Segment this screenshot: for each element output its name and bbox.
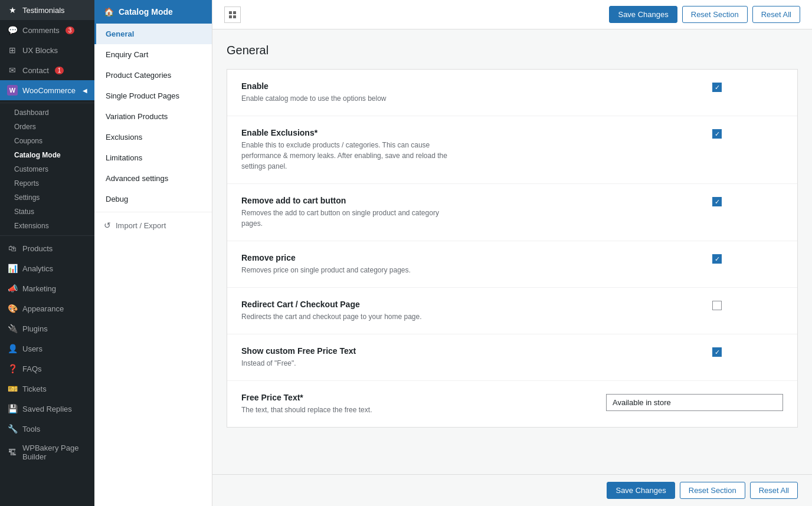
sidebar-item-comments[interactable]: 💬 Comments 3 [0,20,94,40]
enable-control [712,81,783,92]
settings-card: Enable Enable catalog mode to use the op… [227,69,798,428]
sidebar-sub-item-dashboard[interactable]: Dashboard [0,106,94,120]
settings-row-remove-price-info: Remove price Removes price on single pro… [241,253,712,275]
products-icon: 🛍 [7,243,18,254]
settings-row-exclusions-info: Enable Exclusions* Enable this to exclud… [241,128,712,172]
remove-cart-description: Removes the add to cart button on single… [241,208,454,229]
sidebar-sub-item-status[interactable]: Status [0,205,94,219]
sub-sidebar-header: 🏠 Catalog Mode [94,0,212,24]
sidebar-item-saved-replies[interactable]: 💾 Saved Replies [0,399,94,419]
sidebar-item-contact[interactable]: ✉ Contact 1 [0,60,94,80]
sub-sidebar-item-single-product-pages[interactable]: Single Product Pages [94,86,212,106]
settings-row-remove-price: Remove price Removes price on single pro… [227,241,797,288]
free-price-text-description: The text, that should replace the free t… [241,405,454,415]
reset-all-button-bottom[interactable]: Reset All [750,482,798,499]
faqs-icon: ❓ [7,363,18,374]
remove-price-description: Removes price on single product and cate… [241,265,454,275]
save-changes-button-bottom[interactable]: Save Changes [607,482,675,499]
contact-badge: 1 [55,67,64,74]
sidebar-item-tools[interactable]: 🔧 Tools [0,419,94,439]
settings-row-free-price-text: Free Price Text* The text, that should r… [227,381,797,427]
exclusions-label: Enable Exclusions* [241,128,712,137]
sidebar-item-tickets[interactable]: 🎫 Tickets [0,379,94,399]
sub-sidebar-item-limitations[interactable]: Limitations [94,147,212,168]
sidebar-sub-item-catalog-mode[interactable]: Catalog Mode [0,148,94,162]
save-changes-button-top[interactable]: Save Changes [609,6,677,23]
sub-sidebar-item-product-categories[interactable]: Product Categories [94,65,212,86]
sidebar-sub-item-orders[interactable]: Orders [0,120,94,134]
settings-row-redirect-cart-info: Redirect Cart / Checkout Page Redirects … [241,300,712,322]
sidebar: ★ Testimonials 💬 Comments 3 ⊞ UX Blocks … [0,0,94,506]
sidebar-item-wpbakery[interactable]: 🏗 WPBakery Page Builder [0,439,94,466]
sidebar-sub-item-coupons[interactable]: Coupons [0,134,94,148]
exclusions-control [712,128,783,139]
free-price-checkbox[interactable] [712,347,722,357]
sidebar-item-ux-blocks[interactable]: ⊞ UX Blocks [0,40,94,60]
sub-sidebar-item-general[interactable]: General [94,24,212,44]
sidebar-sub-item-settings[interactable]: Settings [0,190,94,205]
sidebar-item-plugins[interactable]: 🔌 Plugins [0,318,94,339]
sidebar-item-users[interactable]: 👤 Users [0,339,94,359]
sub-sidebar-divider [94,212,212,212]
lower-menu: 🛍 Products 📊 Analytics 📣 Marketing 🎨 App… [0,235,94,466]
free-price-text-control [606,393,783,411]
sub-sidebar-item-variation-products[interactable]: Variation Products [94,106,212,127]
settings-row-enable-info: Enable Enable catalog mode to use the op… [241,81,712,104]
free-price-text-input[interactable] [606,394,783,411]
content-header-left [224,6,241,23]
sidebar-sub-item-customers[interactable]: Customers [0,162,94,176]
enable-checkbox[interactable] [712,83,722,92]
reset-section-button-bottom[interactable]: Reset Section [680,482,745,499]
redirect-cart-checkbox[interactable] [712,301,722,310]
tools-icon: 🔧 [7,423,18,434]
sub-sidebar-item-enquiry-cart[interactable]: Enquiry Cart [94,44,212,65]
grid-view-icon[interactable] [224,6,241,23]
exclusions-checkbox[interactable] [712,129,722,139]
ux-blocks-icon: ⊞ [7,45,18,55]
content-header-buttons: Save Changes Reset Section Reset All [609,6,800,23]
settings-row-enable: Enable Enable catalog mode to use the op… [227,70,797,116]
marketing-icon: 📣 [7,283,18,294]
sidebar-item-faqs[interactable]: ❓ FAQs [0,359,94,379]
appearance-icon: 🎨 [7,303,18,314]
wpbakery-icon: 🏗 [7,447,18,458]
free-price-control [712,346,783,357]
redirect-cart-label: Redirect Cart / Checkout Page [241,300,712,309]
content-panel: Save Changes Reset Section Reset All Gen… [212,0,812,506]
reset-section-button-top[interactable]: Reset Section [682,6,748,23]
analytics-icon: 📊 [7,263,18,274]
sidebar-item-appearance[interactable]: 🎨 Appearance [0,298,94,318]
plugins-icon: 🔌 [7,323,18,334]
remove-cart-checkbox[interactable] [712,197,722,206]
settings-row-exclusions: Enable Exclusions* Enable this to exclud… [227,116,797,184]
settings-row-free-price-text-info: Free Price Text* The text, that should r… [241,393,606,415]
main-layout: 🏠 Catalog Mode General Enquiry Cart Prod… [94,0,812,506]
contact-icon: ✉ [7,65,18,75]
users-icon: 👤 [7,343,18,354]
remove-cart-control [712,196,783,206]
sub-sidebar-import-export[interactable]: ↺ Import / Export [94,215,212,236]
free-price-text-label: Free Price Text* [241,393,606,402]
reset-all-button-top[interactable]: Reset All [752,6,800,23]
sub-sidebar-item-advanced-settings[interactable]: Advanced settings [94,168,212,189]
svg-rect-3 [233,15,236,18]
sub-sidebar: 🏠 Catalog Mode General Enquiry Cart Prod… [94,0,212,506]
sidebar-item-woocommerce[interactable]: W WooCommerce ◀ [0,80,94,100]
sub-sidebar-item-debug[interactable]: Debug [94,189,212,209]
remove-price-checkbox[interactable] [712,254,722,264]
svg-rect-1 [233,11,236,14]
tickets-icon: 🎫 [7,383,18,394]
settings-row-remove-cart: Remove add to cart button Removes the ad… [227,184,797,241]
remove-cart-label: Remove add to cart button [241,196,712,205]
woocommerce-icon: W [7,85,18,96]
sidebar-sub-item-extensions[interactable]: Extensions [0,219,94,233]
sidebar-item-products[interactable]: 🛍 Products [0,238,94,258]
enable-description: Enable catalog mode to use the options b… [241,93,454,104]
sidebar-sub-item-reports[interactable]: Reports [0,176,94,190]
sidebar-item-testimonials[interactable]: ★ Testimonials [0,0,94,20]
sub-sidebar-item-exclusions[interactable]: Exclusions [94,127,212,147]
sidebar-item-marketing[interactable]: 📣 Marketing [0,278,94,298]
sidebar-item-analytics[interactable]: 📊 Analytics [0,258,94,278]
woocommerce-arrow: ◀ [83,87,87,94]
testimonials-icon: ★ [7,5,18,15]
